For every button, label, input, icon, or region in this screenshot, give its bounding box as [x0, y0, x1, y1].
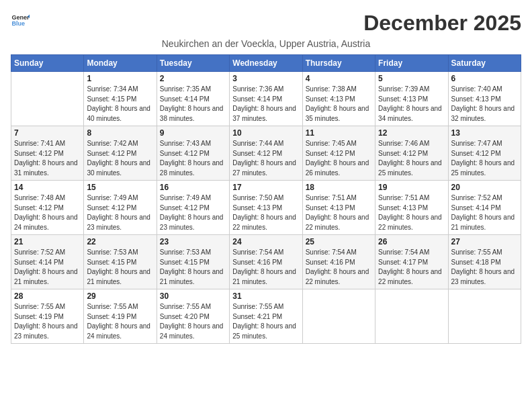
header-sunday: Sunday — [11, 55, 84, 72]
calendar-cell: 16Sunrise: 7:49 AMSunset: 4:12 PMDayligh… — [157, 181, 229, 235]
calendar-week-row: 14Sunrise: 7:48 AMSunset: 4:12 PMDayligh… — [11, 181, 521, 235]
day-detail: Sunrise: 7:53 AMSunset: 4:15 PMDaylight:… — [87, 248, 153, 287]
day-detail: Sunrise: 7:54 AMSunset: 4:16 PMDaylight:… — [232, 248, 299, 287]
day-detail: Sunrise: 7:35 AMSunset: 4:14 PMDaylight:… — [160, 85, 226, 124]
day-number: 26 — [378, 237, 445, 246]
calendar-cell: 30Sunrise: 7:55 AMSunset: 4:20 PMDayligh… — [157, 289, 229, 344]
day-detail: Sunrise: 7:36 AMSunset: 4:14 PMDaylight:… — [232, 85, 299, 124]
day-number: 12 — [378, 128, 445, 138]
calendar-cell: 20Sunrise: 7:52 AMSunset: 4:14 PMDayligh… — [448, 181, 521, 235]
day-number: 22 — [87, 237, 153, 246]
svg-text:General: General — [11, 14, 30, 21]
day-detail: Sunrise: 7:51 AMSunset: 4:13 PMDaylight:… — [306, 193, 372, 232]
day-detail: Sunrise: 7:48 AMSunset: 4:12 PMDaylight:… — [14, 193, 81, 232]
day-number: 8 — [87, 128, 153, 138]
calendar-cell: 19Sunrise: 7:51 AMSunset: 4:13 PMDayligh… — [375, 181, 448, 235]
calendar-cell: 13Sunrise: 7:47 AMSunset: 4:12 PMDayligh… — [448, 126, 521, 181]
day-number: 31 — [232, 291, 299, 301]
day-number: 4 — [306, 74, 372, 83]
calendar-cell: 8Sunrise: 7:42 AMSunset: 4:12 PMDaylight… — [84, 126, 157, 181]
calendar-cell: 5Sunrise: 7:39 AMSunset: 4:13 PMDaylight… — [375, 72, 448, 126]
day-number: 10 — [232, 128, 299, 138]
day-detail: Sunrise: 7:55 AMSunset: 4:21 PMDaylight:… — [232, 302, 299, 341]
day-detail: Sunrise: 7:43 AMSunset: 4:12 PMDaylight:… — [160, 139, 226, 178]
calendar-cell: 23Sunrise: 7:53 AMSunset: 4:15 PMDayligh… — [157, 235, 229, 289]
calendar-cell: 3Sunrise: 7:36 AMSunset: 4:14 PMDaylight… — [230, 72, 302, 126]
location-subtitle: Neukirchen an der Voeckla, Upper Austria… — [11, 38, 521, 49]
calendar-cell: 12Sunrise: 7:46 AMSunset: 4:12 PMDayligh… — [375, 126, 448, 181]
calendar-cell — [448, 289, 521, 344]
day-detail: Sunrise: 7:49 AMSunset: 4:12 PMDaylight:… — [160, 193, 226, 232]
header-tuesday: Tuesday — [157, 55, 229, 72]
calendar-cell: 25Sunrise: 7:54 AMSunset: 4:16 PMDayligh… — [302, 235, 375, 289]
day-number: 2 — [160, 74, 226, 83]
calendar-cell: 27Sunrise: 7:55 AMSunset: 4:18 PMDayligh… — [448, 235, 521, 289]
day-number: 1 — [87, 74, 153, 83]
calendar-cell: 7Sunrise: 7:41 AMSunset: 4:12 PMDaylight… — [11, 126, 84, 181]
day-number: 13 — [451, 128, 518, 138]
day-number: 18 — [306, 183, 372, 192]
calendar-week-row: 21Sunrise: 7:52 AMSunset: 4:14 PMDayligh… — [11, 235, 521, 289]
day-detail: Sunrise: 7:42 AMSunset: 4:12 PMDaylight:… — [87, 139, 153, 178]
calendar-cell: 31Sunrise: 7:55 AMSunset: 4:21 PMDayligh… — [230, 289, 302, 344]
calendar-header-row: SundayMondayTuesdayWednesdayThursdayFrid… — [11, 55, 521, 72]
day-detail: Sunrise: 7:51 AMSunset: 4:13 PMDaylight:… — [378, 193, 445, 232]
day-number: 21 — [14, 237, 81, 246]
day-number: 15 — [87, 183, 153, 192]
day-number: 6 — [451, 74, 518, 83]
day-number: 20 — [451, 183, 518, 192]
calendar-cell: 14Sunrise: 7:48 AMSunset: 4:12 PMDayligh… — [11, 181, 84, 235]
calendar-week-row: 7Sunrise: 7:41 AMSunset: 4:12 PMDaylight… — [11, 126, 521, 181]
day-number: 16 — [160, 183, 226, 192]
calendar-cell: 9Sunrise: 7:43 AMSunset: 4:12 PMDaylight… — [157, 126, 229, 181]
day-detail: Sunrise: 7:40 AMSunset: 4:13 PMDaylight:… — [451, 85, 518, 124]
header-saturday: Saturday — [448, 55, 521, 72]
day-number: 28 — [14, 291, 81, 301]
day-number: 30 — [160, 291, 226, 301]
day-number: 17 — [232, 183, 299, 192]
calendar-week-row: 28Sunrise: 7:55 AMSunset: 4:19 PMDayligh… — [11, 289, 521, 344]
day-detail: Sunrise: 7:55 AMSunset: 4:19 PMDaylight:… — [14, 302, 81, 341]
calendar-week-row: 1Sunrise: 7:34 AMSunset: 4:15 PMDaylight… — [11, 72, 521, 126]
day-detail: Sunrise: 7:47 AMSunset: 4:12 PMDaylight:… — [451, 139, 518, 178]
svg-text:Blue: Blue — [11, 20, 25, 27]
day-detail: Sunrise: 7:49 AMSunset: 4:12 PMDaylight:… — [87, 193, 153, 232]
logo: General Blue — [11, 11, 30, 30]
calendar-cell — [302, 289, 375, 344]
calendar-cell: 28Sunrise: 7:55 AMSunset: 4:19 PMDayligh… — [11, 289, 84, 344]
header-monday: Monday — [84, 55, 157, 72]
day-number: 27 — [451, 237, 518, 246]
calendar-table: SundayMondayTuesdayWednesdayThursdayFrid… — [11, 54, 521, 344]
calendar-cell: 21Sunrise: 7:52 AMSunset: 4:14 PMDayligh… — [11, 235, 84, 289]
calendar-cell — [11, 72, 84, 126]
day-detail: Sunrise: 7:45 AMSunset: 4:12 PMDaylight:… — [306, 139, 372, 178]
header-friday: Friday — [375, 55, 448, 72]
page-header: General Blue December 2025 — [11, 11, 521, 36]
calendar-cell: 24Sunrise: 7:54 AMSunset: 4:16 PMDayligh… — [230, 235, 302, 289]
calendar-cell: 18Sunrise: 7:51 AMSunset: 4:13 PMDayligh… — [302, 181, 375, 235]
month-title: December 2025 — [363, 11, 521, 36]
day-detail: Sunrise: 7:54 AMSunset: 4:17 PMDaylight:… — [378, 248, 445, 287]
calendar-cell: 29Sunrise: 7:55 AMSunset: 4:19 PMDayligh… — [84, 289, 157, 344]
calendar-cell: 6Sunrise: 7:40 AMSunset: 4:13 PMDaylight… — [448, 72, 521, 126]
day-number: 24 — [232, 237, 299, 246]
day-number: 14 — [14, 183, 81, 192]
calendar-cell: 10Sunrise: 7:44 AMSunset: 4:12 PMDayligh… — [230, 126, 302, 181]
day-detail: Sunrise: 7:46 AMSunset: 4:12 PMDaylight:… — [378, 139, 445, 178]
day-number: 25 — [306, 237, 372, 246]
header-wednesday: Wednesday — [230, 55, 302, 72]
day-detail: Sunrise: 7:38 AMSunset: 4:13 PMDaylight:… — [306, 85, 372, 124]
day-number: 29 — [87, 291, 153, 301]
day-detail: Sunrise: 7:54 AMSunset: 4:16 PMDaylight:… — [306, 248, 372, 287]
day-detail: Sunrise: 7:55 AMSunset: 4:18 PMDaylight:… — [451, 248, 518, 287]
day-detail: Sunrise: 7:55 AMSunset: 4:20 PMDaylight:… — [160, 302, 226, 341]
day-number: 3 — [232, 74, 299, 83]
day-number: 5 — [378, 74, 445, 83]
day-detail: Sunrise: 7:41 AMSunset: 4:12 PMDaylight:… — [14, 139, 81, 178]
calendar-cell: 17Sunrise: 7:50 AMSunset: 4:13 PMDayligh… — [230, 181, 302, 235]
header-thursday: Thursday — [302, 55, 375, 72]
calendar-cell: 26Sunrise: 7:54 AMSunset: 4:17 PMDayligh… — [375, 235, 448, 289]
calendar-cell — [375, 289, 448, 344]
day-detail: Sunrise: 7:52 AMSunset: 4:14 PMDaylight:… — [451, 193, 518, 232]
day-detail: Sunrise: 7:55 AMSunset: 4:19 PMDaylight:… — [87, 302, 153, 341]
